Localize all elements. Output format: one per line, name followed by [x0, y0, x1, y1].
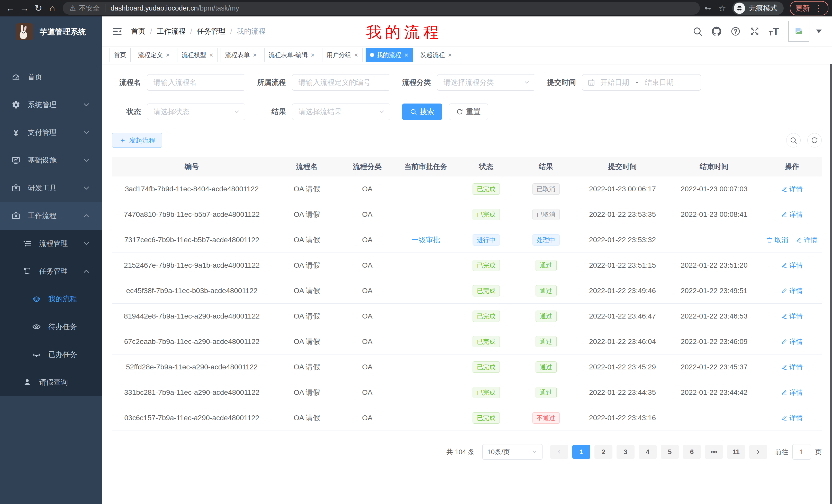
detail-link[interactable]: 详情 — [796, 235, 817, 245]
github-icon[interactable] — [712, 26, 722, 36]
browser-forward-icon[interactable]: → — [18, 1, 31, 15]
page-button-11[interactable]: 11 — [727, 445, 745, 459]
bookmark-star-icon[interactable]: ☆ — [718, 3, 726, 13]
process-name-input[interactable] — [147, 74, 245, 91]
sidebar-item-首页[interactable]: 首页 — [0, 63, 102, 91]
current-task-link[interactable]: 一级审批 — [411, 236, 440, 244]
start-process-button[interactable]: ＋ 发起流程 — [112, 133, 162, 148]
tab-流程表单-编辑[interactable]: 流程表单-编辑× — [264, 48, 319, 62]
detail-link[interactable]: 详情 — [781, 312, 803, 321]
detail-link[interactable]: 详情 — [781, 185, 803, 194]
breadcrumb-separator: / — [150, 27, 152, 35]
tab-用户分组[interactable]: 用户分组× — [322, 48, 363, 62]
process-category-select[interactable] — [437, 74, 535, 91]
tab-流程表单[interactable]: 流程表单× — [220, 48, 261, 62]
tab-首页[interactable]: 首页 — [109, 48, 131, 62]
submit-time-range-picker[interactable]: 开始日期 - 结束日期 — [582, 74, 701, 91]
process-definition-input[interactable] — [292, 74, 390, 91]
sidebar-item-我的流程[interactable]: 我的流程 — [0, 285, 102, 313]
reset-button[interactable]: 重置 — [449, 104, 488, 120]
tab-流程模型[interactable]: 流程模型× — [177, 48, 217, 62]
prev-page-button[interactable] — [550, 445, 568, 459]
page-button-3[interactable]: 3 — [617, 445, 634, 459]
show-search-button[interactable] — [786, 133, 801, 147]
search-icon — [410, 108, 417, 115]
sidebar-item-支付管理[interactable]: ¥支付管理 — [0, 119, 102, 146]
page-size-select[interactable]: 10条/页 — [482, 444, 543, 459]
avatar-caret-icon[interactable] — [816, 30, 822, 33]
window-scrollbar[interactable] — [830, 17, 832, 504]
action-label: 详情 — [789, 388, 803, 397]
result-select[interactable] — [292, 104, 390, 120]
browser-home-icon[interactable]: ⌂ — [45, 1, 59, 15]
tab-close-icon[interactable]: × — [311, 51, 315, 59]
sidebar-item-系统管理[interactable]: 系统管理 — [0, 91, 102, 119]
detail-link[interactable]: 详情 — [781, 363, 803, 372]
detail-link[interactable]: 详情 — [781, 261, 803, 270]
page-button-6[interactable]: 6 — [683, 445, 701, 459]
cancel-link[interactable]: 取消 — [766, 235, 788, 245]
browser-back-icon[interactable]: ← — [4, 1, 18, 15]
tab-close-icon[interactable]: × — [253, 51, 257, 59]
goto-page-input[interactable] — [792, 444, 811, 459]
avatar[interactable] — [788, 21, 809, 42]
sidebar-item-流程管理[interactable]: 流程管理 — [0, 230, 102, 257]
cell-status: 进行中 — [459, 234, 513, 246]
page-button-1[interactable]: 1 — [572, 445, 590, 459]
cell-result: 已取消 — [513, 209, 579, 220]
detail-link[interactable]: 详情 — [781, 210, 803, 219]
security-label[interactable]: 不安全 — [79, 4, 100, 13]
fullscreen-icon[interactable] — [750, 26, 759, 36]
start-date-placeholder[interactable]: 开始日期 — [600, 78, 629, 87]
tab-close-icon[interactable]: × — [405, 51, 408, 59]
browser-update-button[interactable]: 更新 ⋮ — [790, 1, 828, 16]
sidebar-item-研发工具[interactable]: 研发工具 — [0, 174, 102, 202]
help-icon[interactable] — [731, 26, 740, 36]
sidebar-item-基础设施[interactable]: 基础设施 — [0, 146, 102, 174]
search-icon[interactable] — [693, 26, 702, 36]
tab-close-icon[interactable]: × — [166, 51, 170, 59]
detail-link[interactable]: 详情 — [781, 337, 803, 346]
sidebar-item-待办任务[interactable]: 待办任务 — [0, 313, 102, 341]
detail-link[interactable]: 详情 — [781, 388, 803, 397]
address-bar[interactable]: ⚠ 不安全 dashboard.yudao.iocoder.cn /bpm/ta… — [63, 2, 700, 15]
key-icon[interactable] — [703, 4, 712, 12]
detail-link[interactable]: 详情 — [781, 414, 803, 423]
cell-result: 通过 — [513, 387, 579, 398]
detail-link[interactable]: 详情 — [781, 286, 803, 296]
breadcrumb-home[interactable]: 首页 — [131, 26, 146, 36]
tab-close-icon[interactable]: × — [209, 51, 213, 59]
tab-label: 首页 — [114, 51, 126, 59]
app-logo[interactable]: 芋道管理系统 — [0, 17, 102, 47]
update-label[interactable]: 更新 — [796, 3, 810, 13]
page-button-2[interactable]: 2 — [594, 445, 613, 459]
sidebar-item-请假查询[interactable]: 请假查询 — [0, 368, 102, 396]
text-size-icon[interactable]: TT — [769, 26, 779, 37]
breadcrumb-workflow[interactable]: 工作流程 — [157, 26, 186, 36]
cell-actions: 详情 — [762, 388, 822, 397]
sidebar-item-工作流程[interactable]: 工作流程 — [0, 202, 102, 230]
page-button-4[interactable]: 4 — [639, 445, 657, 459]
search-button[interactable]: 搜索 — [402, 104, 442, 120]
browser-reload-icon[interactable]: ↻ — [31, 1, 45, 15]
goto-page: 前往 页 — [775, 444, 822, 459]
sidebar-item-已办任务[interactable]: 已办任务 — [0, 341, 102, 368]
page-ellipsis[interactable]: ••• — [705, 445, 723, 459]
refresh-table-button[interactable] — [807, 133, 822, 147]
sidebar-toggle-icon[interactable] — [112, 26, 122, 36]
cell-end-time: 2022-01-22 23:45:37 — [666, 363, 762, 371]
next-page-button[interactable] — [749, 445, 767, 459]
tab-close-icon[interactable]: × — [448, 51, 452, 59]
browser-menu-icon[interactable]: ⋮ — [814, 3, 823, 13]
page-button-5[interactable]: 5 — [661, 445, 679, 459]
tab-close-icon[interactable]: × — [354, 51, 358, 59]
tab-我的流程[interactable]: 我的流程× — [366, 48, 413, 62]
tab-发起流程[interactable]: 发起流程× — [416, 48, 456, 62]
sidebar-item-任务管理[interactable]: 任务管理 — [0, 257, 102, 285]
tab-流程定义[interactable]: 流程定义× — [134, 48, 174, 62]
breadcrumb-task-mgmt[interactable]: 任务管理 — [197, 26, 226, 36]
end-date-placeholder[interactable]: 结束日期 — [645, 78, 674, 87]
status-select[interactable] — [147, 104, 245, 120]
chevron-icon — [556, 449, 562, 455]
cell-status: 已完成 — [459, 336, 513, 347]
